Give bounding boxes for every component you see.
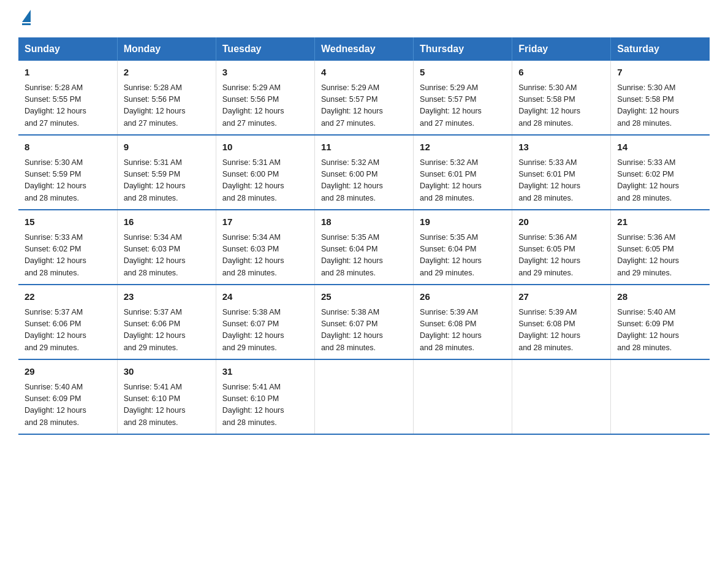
day-info: Sunrise: 5:29 AMSunset: 5:56 PMDaylight:…	[222, 82, 308, 130]
calendar-cell: 27Sunrise: 5:39 AMSunset: 6:08 PMDayligh…	[512, 285, 611, 359]
day-number: 13	[518, 140, 604, 155]
calendar-week-row: 22Sunrise: 5:37 AMSunset: 6:06 PMDayligh…	[18, 285, 710, 359]
calendar-cell: 17Sunrise: 5:34 AMSunset: 6:03 PMDayligh…	[216, 210, 314, 285]
calendar-cell: 29Sunrise: 5:40 AMSunset: 6:09 PMDayligh…	[18, 359, 117, 434]
calendar-cell: 30Sunrise: 5:41 AMSunset: 6:10 PMDayligh…	[117, 359, 216, 434]
day-number: 9	[124, 140, 210, 155]
day-number: 26	[420, 290, 506, 304]
calendar-cell: 19Sunrise: 5:35 AMSunset: 6:04 PMDayligh…	[414, 210, 512, 285]
day-number: 14	[617, 140, 703, 155]
day-info: Sunrise: 5:29 AMSunset: 5:57 PMDaylight:…	[321, 82, 407, 130]
day-info: Sunrise: 5:28 AMSunset: 5:55 PMDaylight:…	[25, 82, 111, 130]
column-header-sunday: Sunday	[18, 37, 117, 61]
day-info: Sunrise: 5:40 AMSunset: 6:09 PMDaylight:…	[617, 307, 703, 354]
day-info: Sunrise: 5:34 AMSunset: 6:03 PMDaylight:…	[124, 232, 210, 280]
calendar-cell: 3Sunrise: 5:29 AMSunset: 5:56 PMDaylight…	[216, 61, 314, 135]
day-info: Sunrise: 5:28 AMSunset: 5:56 PMDaylight:…	[124, 82, 210, 130]
day-info: Sunrise: 5:30 AMSunset: 5:59 PMDaylight:…	[25, 157, 111, 205]
day-number: 12	[420, 140, 506, 155]
calendar-cell: 6Sunrise: 5:30 AMSunset: 5:58 PMDaylight…	[512, 61, 611, 135]
day-number: 3	[222, 66, 308, 80]
day-info: Sunrise: 5:30 AMSunset: 5:58 PMDaylight:…	[617, 82, 703, 130]
calendar-cell: 20Sunrise: 5:36 AMSunset: 6:05 PMDayligh…	[512, 210, 611, 285]
calendar-cell: 16Sunrise: 5:34 AMSunset: 6:03 PMDayligh…	[117, 210, 216, 285]
day-number: 21	[617, 215, 703, 229]
calendar-cell	[611, 359, 710, 434]
logo	[18, 12, 31, 25]
calendar-week-row: 8Sunrise: 5:30 AMSunset: 5:59 PMDaylight…	[18, 135, 710, 210]
day-info: Sunrise: 5:39 AMSunset: 6:08 PMDaylight:…	[420, 307, 506, 354]
column-header-friday: Friday	[512, 37, 611, 61]
day-info: Sunrise: 5:38 AMSunset: 6:07 PMDaylight:…	[321, 307, 407, 354]
day-number: 20	[518, 215, 604, 229]
day-info: Sunrise: 5:40 AMSunset: 6:09 PMDaylight:…	[25, 381, 111, 429]
day-info: Sunrise: 5:33 AMSunset: 6:01 PMDaylight:…	[518, 157, 604, 205]
day-number: 22	[25, 290, 111, 304]
day-number: 24	[222, 290, 308, 304]
calendar-cell: 28Sunrise: 5:40 AMSunset: 6:09 PMDayligh…	[611, 285, 710, 359]
calendar-cell: 5Sunrise: 5:29 AMSunset: 5:57 PMDaylight…	[414, 61, 512, 135]
day-number: 27	[518, 290, 604, 304]
day-number: 25	[321, 290, 407, 304]
column-header-wednesday: Wednesday	[314, 37, 413, 61]
day-number: 15	[25, 215, 111, 229]
calendar-week-row: 1Sunrise: 5:28 AMSunset: 5:55 PMDaylight…	[18, 61, 710, 135]
day-number: 2	[124, 66, 210, 80]
day-info: Sunrise: 5:31 AMSunset: 6:00 PMDaylight:…	[222, 157, 308, 205]
day-number: 31	[222, 365, 308, 379]
calendar-cell: 4Sunrise: 5:29 AMSunset: 5:57 PMDaylight…	[314, 61, 413, 135]
day-info: Sunrise: 5:31 AMSunset: 5:59 PMDaylight:…	[124, 157, 210, 205]
calendar-week-row: 15Sunrise: 5:33 AMSunset: 6:02 PMDayligh…	[18, 210, 710, 285]
day-info: Sunrise: 5:32 AMSunset: 6:00 PMDaylight:…	[321, 157, 407, 205]
day-number: 8	[25, 140, 111, 155]
day-info: Sunrise: 5:35 AMSunset: 6:04 PMDaylight:…	[321, 232, 407, 280]
calendar-cell: 18Sunrise: 5:35 AMSunset: 6:04 PMDayligh…	[314, 210, 413, 285]
calendar-cell: 10Sunrise: 5:31 AMSunset: 6:00 PMDayligh…	[216, 135, 314, 210]
day-info: Sunrise: 5:34 AMSunset: 6:03 PMDaylight:…	[222, 232, 308, 280]
calendar-cell: 21Sunrise: 5:36 AMSunset: 6:05 PMDayligh…	[611, 210, 710, 285]
day-info: Sunrise: 5:38 AMSunset: 6:07 PMDaylight:…	[222, 307, 308, 354]
day-number: 16	[124, 215, 210, 229]
page-header	[18, 12, 710, 25]
day-info: Sunrise: 5:41 AMSunset: 6:10 PMDaylight:…	[124, 381, 210, 429]
calendar-cell: 25Sunrise: 5:38 AMSunset: 6:07 PMDayligh…	[314, 285, 413, 359]
day-number: 1	[25, 66, 111, 80]
column-header-thursday: Thursday	[414, 37, 512, 61]
calendar-cell	[512, 359, 611, 434]
calendar-cell: 31Sunrise: 5:41 AMSunset: 6:10 PMDayligh…	[216, 359, 314, 434]
day-info: Sunrise: 5:30 AMSunset: 5:58 PMDaylight:…	[518, 82, 604, 130]
day-number: 7	[617, 66, 703, 80]
calendar-cell: 11Sunrise: 5:32 AMSunset: 6:00 PMDayligh…	[314, 135, 413, 210]
day-number: 28	[617, 290, 703, 304]
calendar-cell: 14Sunrise: 5:33 AMSunset: 6:02 PMDayligh…	[611, 135, 710, 210]
calendar-table: SundayMondayTuesdayWednesdayThursdayFrid…	[18, 37, 710, 435]
calendar-cell: 13Sunrise: 5:33 AMSunset: 6:01 PMDayligh…	[512, 135, 611, 210]
day-number: 6	[518, 66, 604, 80]
day-number: 18	[321, 215, 407, 229]
column-header-tuesday: Tuesday	[216, 37, 314, 61]
calendar-cell: 15Sunrise: 5:33 AMSunset: 6:02 PMDayligh…	[18, 210, 117, 285]
calendar-cell: 12Sunrise: 5:32 AMSunset: 6:01 PMDayligh…	[414, 135, 512, 210]
day-info: Sunrise: 5:35 AMSunset: 6:04 PMDaylight:…	[420, 232, 506, 280]
calendar-cell: 26Sunrise: 5:39 AMSunset: 6:08 PMDayligh…	[414, 285, 512, 359]
day-number: 11	[321, 140, 407, 155]
logo-icon	[21, 12, 31, 25]
calendar-cell	[414, 359, 512, 434]
calendar-cell: 7Sunrise: 5:30 AMSunset: 5:58 PMDaylight…	[611, 61, 710, 135]
day-info: Sunrise: 5:36 AMSunset: 6:05 PMDaylight:…	[518, 232, 604, 280]
day-info: Sunrise: 5:29 AMSunset: 5:57 PMDaylight:…	[420, 82, 506, 130]
day-info: Sunrise: 5:39 AMSunset: 6:08 PMDaylight:…	[518, 307, 604, 354]
calendar-cell: 9Sunrise: 5:31 AMSunset: 5:59 PMDaylight…	[117, 135, 216, 210]
day-info: Sunrise: 5:33 AMSunset: 6:02 PMDaylight:…	[617, 157, 703, 205]
day-number: 17	[222, 215, 308, 229]
calendar-cell: 8Sunrise: 5:30 AMSunset: 5:59 PMDaylight…	[18, 135, 117, 210]
calendar-cell: 23Sunrise: 5:37 AMSunset: 6:06 PMDayligh…	[117, 285, 216, 359]
calendar-week-row: 29Sunrise: 5:40 AMSunset: 6:09 PMDayligh…	[18, 359, 710, 434]
day-number: 5	[420, 66, 506, 80]
day-number: 10	[222, 140, 308, 155]
day-number: 19	[420, 215, 506, 229]
column-header-monday: Monday	[117, 37, 216, 61]
day-number: 4	[321, 66, 407, 80]
calendar-cell: 22Sunrise: 5:37 AMSunset: 6:06 PMDayligh…	[18, 285, 117, 359]
day-number: 23	[124, 290, 210, 304]
